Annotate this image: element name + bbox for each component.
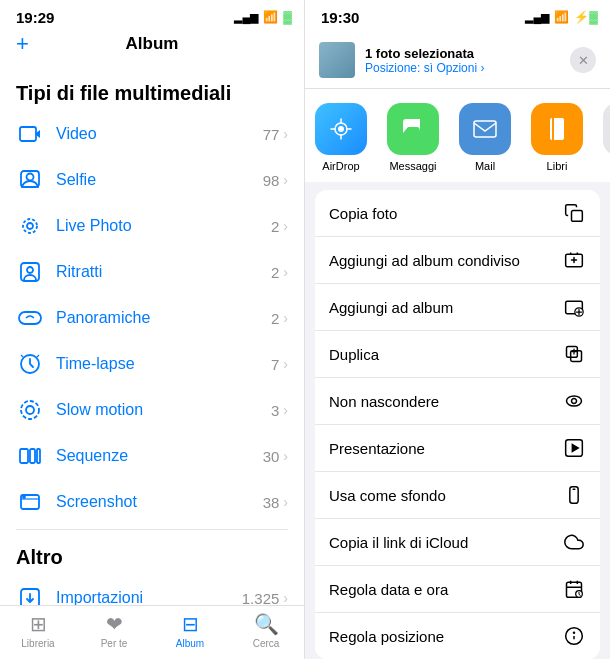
list-item-slowmotion[interactable]: Slow motion 3 › — [0, 387, 304, 433]
actions-group-1: Copia foto Aggiungi ad album condiviso — [315, 190, 600, 659]
svg-rect-26 — [572, 211, 583, 222]
selfie-chevron: › — [283, 172, 288, 188]
list-item-sequenze[interactable]: Sequenze 30 › — [0, 433, 304, 479]
mail-label: Mail — [475, 160, 495, 172]
svg-rect-14 — [37, 449, 40, 463]
libri-label: Libri — [547, 160, 568, 172]
action-regola-data[interactable]: Regola data e ora — [315, 566, 600, 613]
list-item-ritratti[interactable]: Ritratti 2 › — [0, 249, 304, 295]
app-libri[interactable]: Libri — [521, 103, 593, 172]
action-copia-foto[interactable]: Copia foto — [315, 190, 600, 237]
phone-icon — [562, 483, 586, 507]
share-position-text: Posizione: sì — [365, 61, 436, 75]
list-item-livephoto[interactable]: Live Photo 2 › — [0, 203, 304, 249]
list-item-importazioni[interactable]: Importazioni 1.325 › — [0, 575, 304, 605]
list-item-selfie[interactable]: Selfie 98 › — [0, 157, 304, 203]
action-non-nascondere[interactable]: Non nascondere — [315, 378, 600, 425]
actions-list: Copia foto Aggiungi ad album condiviso — [305, 182, 610, 659]
app-more[interactable]: Pro — [593, 103, 610, 172]
copia-icloud-label: Copia il link di iCloud — [329, 534, 562, 551]
time-right: 19:30 — [321, 9, 359, 26]
sequenze-label: Sequenze — [56, 447, 263, 465]
list-item-video[interactable]: Video 77 › — [0, 111, 304, 157]
panoramiche-label: Panoramiche — [56, 309, 271, 327]
play-icon — [562, 436, 586, 460]
left-panel: 19:29 ▂▄▆ 📶 ▓ + Album Tipi di file multi… — [0, 0, 305, 659]
tab-cerca[interactable]: 🔍 Cerca — [228, 612, 304, 649]
svg-point-7 — [27, 267, 33, 273]
action-regola-posizione[interactable]: Regola posizione — [315, 613, 600, 659]
action-presentazione[interactable]: Presentazione — [315, 425, 600, 472]
action-aggiungi-condiviso[interactable]: Aggiungi ad album condiviso — [315, 237, 600, 284]
svg-point-5 — [23, 219, 37, 233]
section-header-media: Tipi di file multimediali — [0, 70, 304, 111]
status-bar-left: 19:29 ▂▄▆ 📶 ▓ — [0, 0, 304, 32]
livephoto-icon — [16, 212, 44, 240]
share-apps-row: AirDrop Messaggi Mail — [305, 89, 610, 182]
app-mail[interactable]: Mail — [449, 103, 521, 172]
importazioni-label: Importazioni — [56, 589, 242, 605]
tab-album[interactable]: ⊟ Album — [152, 612, 228, 649]
screenshot-chevron: › — [283, 494, 288, 510]
list-item-timelapse[interactable]: Time-lapse 7 › — [0, 341, 304, 387]
tab-perte[interactable]: ❤ Per te — [76, 612, 152, 649]
ritratti-icon — [16, 258, 44, 286]
messages-icon — [387, 103, 439, 155]
share-options-link[interactable]: Opzioni › — [436, 61, 484, 75]
signal-icon-left: ▂▄▆ — [234, 11, 258, 24]
svg-point-16 — [23, 496, 25, 498]
airdrop-icon — [315, 103, 367, 155]
list-item-screenshot[interactable]: Screenshot 38 › — [0, 479, 304, 525]
books-icon — [531, 103, 583, 155]
cerca-icon: 🔍 — [254, 612, 279, 636]
right-panel: 19:30 ▂▄▆ 📶 ⚡▓ 1 foto selezionata Posizi… — [305, 0, 610, 659]
regola-posizione-label: Regola posizione — [329, 628, 562, 645]
action-usa-sfondo[interactable]: Usa come sfondo — [315, 472, 600, 519]
bottom-tabs: ⊞ Libreria ❤ Per te ⊟ Album 🔍 Cerca — [0, 605, 304, 659]
section-media-types: Tipi di file multimediali Video 77 › — [0, 70, 304, 525]
share-title: 1 foto selezionata — [365, 46, 570, 61]
calendar-icon — [562, 577, 586, 601]
action-duplica[interactable]: Duplica — [315, 331, 600, 378]
ritratti-label: Ritratti — [56, 263, 271, 281]
svg-rect-13 — [30, 449, 35, 463]
panoramiche-chevron: › — [283, 310, 288, 326]
copia-foto-label: Copia foto — [329, 205, 562, 222]
time-left: 19:29 — [16, 9, 54, 26]
close-share-button[interactable]: ✕ — [570, 47, 596, 73]
section-altro: Altro Importazioni 1.325 › — [0, 534, 304, 605]
screenshot-count: 38 — [263, 494, 280, 511]
share-header: 1 foto selezionata Posizione: sì Opzioni… — [305, 32, 610, 89]
more-icon — [603, 103, 610, 155]
app-airdrop[interactable]: AirDrop — [305, 103, 377, 172]
slowmotion-icon — [16, 396, 44, 424]
svg-rect-30 — [571, 351, 582, 362]
cerca-label: Cerca — [253, 638, 280, 649]
panoramiche-icon — [16, 304, 44, 332]
airdrop-label: AirDrop — [322, 160, 359, 172]
usa-sfondo-label: Usa come sfondo — [329, 487, 562, 504]
perte-icon: ❤ — [106, 612, 123, 636]
info-icon — [562, 624, 586, 648]
action-copia-icloud[interactable]: Copia il link di iCloud — [315, 519, 600, 566]
aggiungi-condiviso-label: Aggiungi ad album condiviso — [329, 252, 562, 269]
selfie-label: Selfie — [56, 171, 263, 189]
add-album-button[interactable]: + — [16, 31, 29, 57]
cloud-icon — [562, 530, 586, 554]
list-item-panoramiche[interactable]: Panoramiche 2 › — [0, 295, 304, 341]
app-messaggi[interactable]: Messaggi — [377, 103, 449, 172]
svg-rect-25 — [552, 118, 554, 140]
wifi-icon-right: 📶 — [554, 10, 569, 24]
svg-rect-0 — [20, 127, 36, 141]
svg-point-4 — [27, 223, 33, 229]
screenshot-icon — [16, 488, 44, 516]
action-aggiungi-album[interactable]: Aggiungi ad album — [315, 284, 600, 331]
libreria-label: Libreria — [21, 638, 54, 649]
importazioni-icon — [16, 584, 44, 605]
battery-icon-right: ⚡▓ — [574, 10, 598, 24]
left-nav: + Album — [0, 32, 304, 62]
aggiungi-condiviso-icon — [562, 248, 586, 272]
tab-libreria[interactable]: ⊞ Libreria — [0, 612, 76, 649]
ritratti-chevron: › — [283, 264, 288, 280]
sequenze-icon — [16, 442, 44, 470]
